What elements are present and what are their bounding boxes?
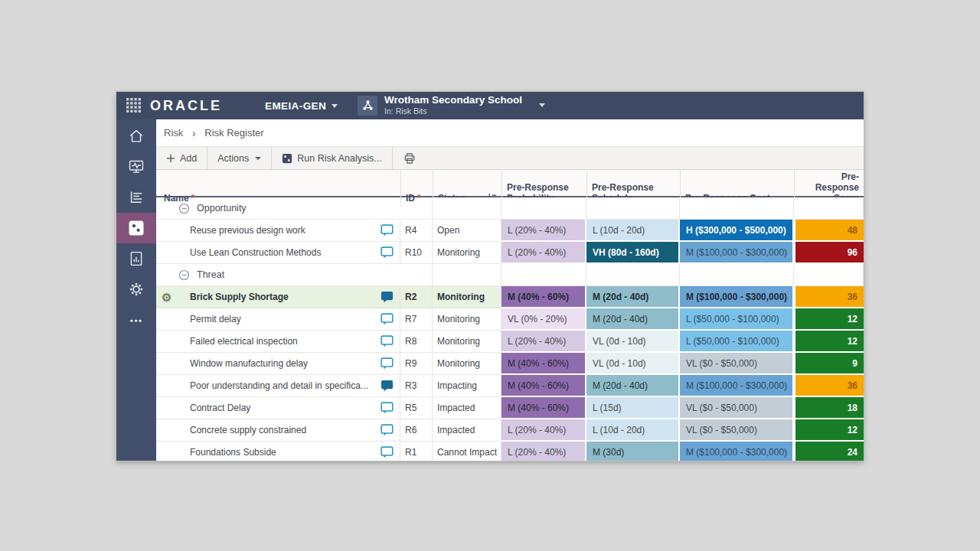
risk-id-cell[interactable]: R1 [400, 442, 433, 461]
row-gear-icon[interactable]: ⚙ [162, 292, 172, 303]
pre-response-score-cell[interactable]: 36 [794, 375, 864, 397]
comment-bubble-icon[interactable] [381, 246, 394, 259]
comment-bubble-icon[interactable] [381, 402, 394, 414]
risk-row-r2[interactable]: ⚙Brick Supply ShortageR2MonitoringM (40%… [156, 286, 864, 308]
risk-row-r10[interactable]: Use Lean Construction MethodsR10Monitori… [156, 242, 864, 264]
risk-name-cell[interactable]: Concrete supply constrained [156, 419, 400, 442]
risk-status-cell[interactable]: Open [433, 220, 501, 242]
pre-response-cost-cell[interactable]: VL ($0 - $50,000) [680, 397, 794, 419]
pre-response-schedule-cell[interactable]: M (20d - 40d) [586, 286, 680, 308]
risk-status-cell[interactable]: Cannot Impact [433, 442, 501, 461]
risk-status-cell[interactable]: Monitoring [433, 353, 501, 375]
group-row-threat[interactable]: Threat [156, 264, 864, 286]
comment-bubble-icon[interactable] [381, 313, 394, 325]
risk-status-cell[interactable]: Impacted [433, 419, 501, 442]
pre-response-schedule-cell[interactable]: M (20d - 40d) [586, 375, 680, 397]
risk-row-r3[interactable]: Poor understanding and detail in specifi… [156, 375, 864, 397]
collapse-minus-icon[interactable] [178, 269, 190, 281]
risk-name-cell[interactable]: Window manufacturing delay [156, 353, 400, 375]
pre-response-score-cell[interactable]: 18 [794, 397, 864, 419]
pre-response-score-cell[interactable]: 12 [794, 308, 864, 331]
risk-id-cell[interactable]: R4 [400, 220, 433, 242]
risk-id-cell[interactable]: R9 [400, 353, 433, 375]
risk-status-cell[interactable]: Monitoring [433, 331, 501, 353]
pre-response-cost-cell[interactable]: VL ($0 - $50,000) [680, 419, 794, 442]
risk-name-cell[interactable]: Contract Delay [156, 397, 400, 419]
pre-response-cost-cell[interactable]: L ($50,000 - $100,000) [680, 331, 794, 353]
risk-id-cell[interactable]: R7 [400, 308, 433, 331]
pre-response-probability-cell[interactable]: L (20% - 40%) [501, 419, 586, 442]
comment-bubble-icon[interactable] [381, 335, 394, 347]
sidebar-item-risk-dice[interactable] [116, 213, 156, 243]
sidebar-item-home[interactable] [116, 121, 156, 152]
group-toggle[interactable]: Opportunity [156, 197, 433, 220]
risk-name-cell[interactable]: Use Lean Construction Methods [156, 242, 400, 264]
workspace-selector[interactable]: EMEIA-GEN [265, 100, 338, 112]
pre-response-probability-cell[interactable]: M (40% - 60%) [501, 397, 586, 419]
pre-response-schedule-cell[interactable]: M (20d - 40d) [586, 308, 680, 331]
app-launcher-grid-icon[interactable] [126, 97, 142, 114]
run-risk-analysis-button[interactable]: Run Risk Analysis... [272, 147, 391, 169]
risk-name-cell[interactable]: Failed electrical inspection [156, 331, 400, 353]
sidebar-item-activity-monitor[interactable] [116, 152, 156, 182]
risk-name-cell[interactable]: Foundations Subside [156, 442, 400, 461]
risk-id-cell[interactable]: R5 [400, 397, 433, 419]
group-toggle[interactable]: Threat [156, 264, 433, 286]
pre-response-probability-cell[interactable]: L (20% - 40%) [501, 442, 586, 461]
pre-response-schedule-cell[interactable]: VL (0d - 10d) [586, 331, 680, 353]
risk-row-r8[interactable]: Failed electrical inspectionR8Monitoring… [156, 331, 864, 353]
risk-status-cell[interactable]: Impacting [433, 375, 501, 397]
pre-response-score-cell[interactable]: 12 [794, 331, 864, 353]
collapse-minus-icon[interactable] [178, 203, 190, 214]
pre-response-probability-cell[interactable]: M (40% - 60%) [501, 286, 586, 308]
comment-bubble-icon[interactable] [381, 446, 394, 458]
pre-response-schedule-cell[interactable]: VH (80d - 160d) [586, 242, 680, 264]
pre-response-schedule-cell[interactable]: M (30d) [586, 442, 680, 461]
pre-response-score-cell[interactable]: 96 [794, 242, 864, 264]
risk-id-cell[interactable]: R3 [400, 375, 433, 397]
project-context-selector[interactable]: Wrotham Secondary School In: Risk Bits [358, 95, 545, 116]
pre-response-score-cell[interactable]: 48 [794, 220, 864, 242]
pre-response-schedule-cell[interactable]: VL (0d - 10d) [586, 353, 680, 375]
risk-name-cell[interactable]: Reuse previous design work [156, 220, 400, 242]
pre-response-cost-cell[interactable]: M ($100,000 - $300,000) [680, 286, 794, 308]
risk-row-r4[interactable]: Reuse previous design workR4OpenL (20% -… [156, 220, 864, 242]
risk-status-cell[interactable]: Impacted [433, 397, 501, 419]
pre-response-cost-cell[interactable]: M ($100,000 - $300,000) [680, 242, 794, 264]
pre-response-score-cell[interactable]: 12 [794, 419, 864, 442]
risk-id-cell[interactable]: R2 [400, 286, 433, 308]
comment-bubble-icon[interactable] [381, 224, 394, 236]
pre-response-cost-cell[interactable]: M ($100,000 - $300,000) [680, 375, 794, 397]
breadcrumb-risk[interactable]: Risk [164, 127, 183, 139]
comment-bubble-icon[interactable] [381, 291, 394, 303]
pre-response-probability-cell[interactable]: L (20% - 40%) [501, 242, 586, 264]
comment-bubble-icon[interactable] [381, 424, 394, 436]
add-button[interactable]: Add [156, 147, 207, 169]
pre-response-probability-cell[interactable]: M (40% - 60%) [501, 353, 586, 375]
pre-response-cost-cell[interactable]: VL ($0 - $50,000) [680, 353, 794, 375]
pre-response-score-cell[interactable]: 9 [794, 353, 864, 375]
risk-id-cell[interactable]: R6 [400, 419, 433, 442]
comment-bubble-icon[interactable] [381, 357, 394, 370]
print-button[interactable] [393, 147, 426, 169]
sidebar-item-settings-gear[interactable] [116, 274, 156, 305]
risk-id-cell[interactable]: R8 [400, 331, 433, 353]
pre-response-schedule-cell[interactable]: L (15d) [586, 397, 680, 419]
pre-response-probability-cell[interactable]: L (20% - 40%) [501, 220, 586, 242]
sidebar-item-more-ellipsis[interactable]: ●●● [116, 305, 156, 335]
risk-row-r9[interactable]: Window manufacturing delayR9MonitoringM … [156, 353, 864, 375]
pre-response-score-cell[interactable]: 36 [794, 286, 864, 308]
pre-response-cost-cell[interactable]: L ($50,000 - $100,000) [680, 308, 794, 331]
risk-name-cell[interactable]: ⚙Brick Supply Shortage [156, 286, 400, 308]
pre-response-probability-cell[interactable]: L (20% - 40%) [501, 331, 586, 353]
risk-status-cell[interactable]: Monitoring [433, 308, 501, 331]
pre-response-schedule-cell[interactable]: L (10d - 20d) [586, 419, 680, 442]
risk-name-cell[interactable]: Poor understanding and detail in specifi… [156, 375, 400, 397]
pre-response-probability-cell[interactable]: VL (0% - 20%) [501, 308, 586, 331]
comment-bubble-icon[interactable] [381, 380, 394, 392]
pre-response-cost-cell[interactable]: H ($300,000 - $500,000) [680, 220, 794, 242]
pre-response-schedule-cell[interactable]: L (10d - 20d) [586, 220, 680, 242]
risk-row-r7[interactable]: Permit delayR7MonitoringVL (0% - 20%)M (… [156, 308, 864, 331]
pre-response-cost-cell[interactable]: M ($100,000 - $300,000) [680, 442, 794, 461]
group-row-opportunity[interactable]: Opportunity [156, 197, 864, 220]
